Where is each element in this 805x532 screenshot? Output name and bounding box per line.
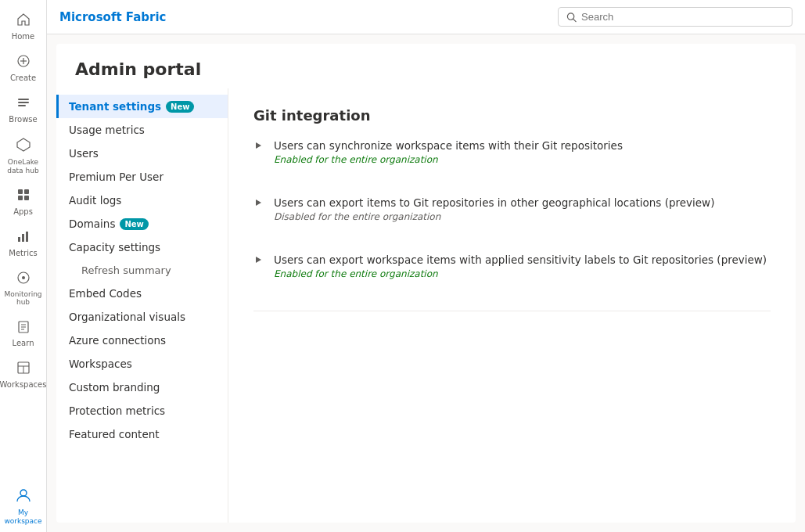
admin-body: Tenant settings New Usage metrics Users … (56, 88, 796, 523)
sidebar-item-custom-branding[interactable]: Custom branding (56, 376, 228, 399)
sidebar-item-workspaces[interactable]: Workspaces (56, 352, 228, 376)
expand-arrow-sync-git[interactable] (253, 141, 266, 153)
workspaces-icon (16, 361, 31, 378)
search-icon (566, 12, 577, 23)
top-bar: Microsoft Fabric (47, 0, 805, 34)
audit-logs-label: Audit logs (69, 194, 121, 207)
nav-item-create[interactable]: Create (2, 48, 45, 89)
monitoring-icon (16, 271, 31, 288)
section-divider (253, 311, 771, 311)
onelake-icon (16, 137, 31, 156)
nav-item-monitoring[interactable]: Monitoringhub (2, 264, 45, 314)
usage-metrics-label: Usage metrics (69, 124, 145, 136)
home-icon (16, 13, 31, 30)
svg-rect-10 (24, 196, 29, 200)
sidebar-item-premium-per-user[interactable]: Premium Per User (56, 165, 228, 189)
sidebar-item-embed-codes[interactable]: Embed Codes (56, 282, 228, 305)
domains-badge: New (120, 218, 148, 230)
setting-item-sync-git: Users can synchronize workspace items wi… (253, 139, 771, 181)
premium-per-user-label: Premium Per User (69, 171, 164, 183)
nav-item-onelake[interactable]: OneLakedata hub (2, 131, 45, 182)
nav-item-create-label: Create (10, 74, 36, 83)
sidebar-item-organizational-visuals[interactable]: Organizational visuals (56, 305, 228, 329)
search-input[interactable] (581, 11, 784, 23)
sidebar-item-refresh-summary[interactable]: Refresh summary (56, 259, 228, 282)
azure-connections-label: Azure connections (69, 334, 166, 347)
setting-content-export-geo: Users can export items to Git repositori… (274, 196, 771, 222)
nav-item-apps-label: Apps (13, 207, 33, 217)
setting-status-export-geo: Disabled for the entire organization (274, 211, 771, 222)
admin-page: Admin portal Tenant settings New Usage m… (56, 44, 796, 523)
svg-point-15 (22, 276, 25, 279)
sidebar-item-audit-logs[interactable]: Audit logs (56, 189, 228, 212)
tenant-settings-badge: New (166, 101, 194, 113)
section-title: Git integration (253, 107, 771, 124)
nav-item-metrics-label: Metrics (9, 249, 37, 258)
search-box[interactable] (558, 7, 792, 27)
svg-rect-11 (18, 237, 20, 242)
users-label: Users (69, 147, 99, 160)
nav-item-learn-label: Learn (13, 339, 34, 348)
nav-item-workspaces[interactable]: Workspaces (2, 354, 45, 396)
admin-sidebar: Tenant settings New Usage metrics Users … (56, 88, 228, 523)
sidebar-item-domains[interactable]: Domains New (56, 212, 228, 235)
nav-item-my-workspace-label: Myworkspace (4, 509, 41, 526)
svg-point-23 (20, 490, 27, 496)
organizational-visuals-label: Organizational visuals (69, 311, 185, 323)
main-area: Microsoft Fabric Admin portal Tenant set… (47, 0, 805, 532)
svg-rect-5 (18, 105, 26, 106)
svg-rect-12 (22, 234, 24, 242)
embed-codes-label: Embed Codes (69, 287, 142, 300)
nav-item-metrics[interactable]: Metrics (2, 223, 45, 264)
content-area: Admin portal Tenant settings New Usage m… (47, 34, 805, 532)
setting-item-export-geo: Users can export items to Git repositori… (253, 196, 771, 238)
create-icon (16, 54, 31, 71)
svg-rect-3 (18, 99, 29, 100)
sidebar-item-featured-content[interactable]: Featured content (56, 422, 228, 446)
expand-arrow-export-geo[interactable] (253, 198, 266, 210)
nav-item-apps[interactable]: Apps (2, 182, 45, 223)
sidebar-item-usage-metrics[interactable]: Usage metrics (56, 118, 228, 142)
sidebar-item-azure-connections[interactable]: Azure connections (56, 329, 228, 352)
svg-marker-26 (256, 142, 261, 149)
setting-title-export-sensitivity: Users can export workspace items with ap… (274, 253, 771, 266)
app-title: Microsoft Fabric (59, 10, 166, 24)
learn-icon (16, 319, 31, 336)
nav-item-monitoring-label: Monitoringhub (4, 290, 41, 307)
nav-item-browse[interactable]: Browse (2, 89, 45, 131)
setting-title-export-geo: Users can export items to Git repositori… (274, 196, 771, 209)
metrics-icon (16, 229, 31, 246)
svg-rect-13 (26, 232, 28, 242)
svg-rect-7 (18, 189, 23, 194)
capacity-settings-label: Capacity settings (69, 241, 160, 253)
apps-icon (16, 188, 31, 205)
svg-marker-28 (256, 257, 261, 263)
sidebar-item-users[interactable]: Users (56, 142, 228, 165)
svg-marker-27 (256, 200, 261, 206)
setting-title-sync-git: Users can synchronize workspace items wi… (274, 139, 771, 152)
featured-content-label: Featured content (69, 428, 160, 440)
svg-rect-4 (18, 102, 29, 103)
sidebar-item-capacity-settings[interactable]: Capacity settings (56, 235, 228, 259)
nav-item-learn[interactable]: Learn (2, 313, 45, 354)
page-title: Admin portal (56, 44, 796, 88)
tenant-settings-label: Tenant settings (69, 100, 161, 113)
nav-item-home[interactable]: Home (2, 6, 45, 48)
expand-arrow-export-sensitivity[interactable] (253, 255, 266, 268)
setting-status-sync-git: Enabled for the entire organization (274, 154, 771, 165)
admin-main: Git integration Users can synchronize wo… (228, 88, 796, 523)
svg-marker-6 (17, 138, 30, 151)
sidebar-item-protection-metrics[interactable]: Protection metrics (56, 399, 228, 422)
refresh-summary-label: Refresh summary (81, 264, 171, 276)
my-workspace-icon (16, 487, 31, 506)
left-navigation: Home Create Browse OneLakedata hub (0, 0, 47, 532)
svg-rect-9 (18, 196, 23, 200)
domains-label: Domains (69, 217, 115, 230)
setting-content-export-sensitivity: Users can export workspace items with ap… (274, 253, 771, 279)
workspaces-label: Workspaces (69, 358, 132, 370)
nav-item-onelake-label: OneLakedata hub (7, 158, 38, 175)
sidebar-item-tenant-settings[interactable]: Tenant settings New (56, 95, 228, 118)
nav-item-my-workspace[interactable]: Myworkspace (2, 481, 45, 532)
nav-item-browse-label: Browse (9, 115, 37, 124)
nav-item-workspaces-label: Workspaces (0, 380, 46, 390)
